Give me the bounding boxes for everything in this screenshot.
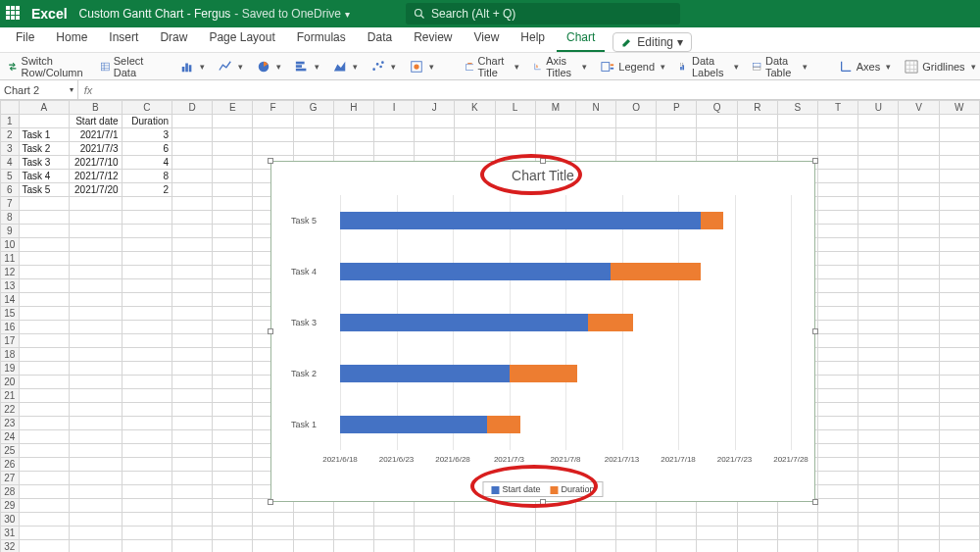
cell[interactable]	[213, 389, 253, 403]
data-table-button[interactable]: Data Table▾	[753, 55, 807, 78]
resize-handle[interactable]	[268, 158, 273, 164]
cell[interactable]	[899, 156, 939, 170]
cell[interactable]	[495, 128, 535, 142]
cell[interactable]	[737, 115, 777, 128]
axis-titles-button[interactable]: AAxis Titles▾	[533, 55, 587, 78]
cell[interactable]	[818, 252, 858, 266]
row-header[interactable]: 2	[1, 128, 20, 142]
cell[interactable]	[899, 115, 939, 128]
bar-segment-start[interactable]	[340, 212, 701, 229]
cell[interactable]	[777, 527, 817, 540]
cell[interactable]	[70, 485, 122, 499]
cell[interactable]	[818, 472, 858, 485]
cell[interactable]	[737, 128, 777, 142]
cell[interactable]	[122, 362, 172, 376]
cell[interactable]	[899, 307, 939, 321]
cell[interactable]	[858, 417, 899, 430]
cell[interactable]	[818, 389, 858, 403]
cell[interactable]	[939, 389, 979, 403]
cell[interactable]	[70, 362, 122, 376]
cell[interactable]	[939, 266, 979, 279]
row-header[interactable]: 16	[1, 321, 20, 334]
cell[interactable]	[858, 389, 899, 403]
cell[interactable]	[899, 279, 939, 293]
cell[interactable]	[455, 540, 495, 553]
row-header[interactable]: 20	[1, 376, 20, 389]
cell[interactable]	[899, 238, 939, 252]
cell[interactable]: 3	[122, 128, 172, 142]
cell[interactable]: Task 3	[19, 156, 69, 170]
cell[interactable]	[818, 376, 858, 389]
cell[interactable]	[939, 279, 979, 293]
name-box[interactable]: Chart 2▾	[0, 80, 78, 99]
resize-handle[interactable]	[812, 328, 818, 334]
cell[interactable]	[70, 389, 122, 403]
cell[interactable]	[213, 279, 253, 293]
cell[interactable]	[657, 115, 697, 128]
col-header[interactable]: O	[616, 101, 657, 115]
col-header[interactable]: I	[373, 101, 414, 115]
cell[interactable]	[939, 458, 979, 472]
cell[interactable]	[818, 115, 858, 128]
row-header[interactable]: 19	[1, 362, 20, 376]
cell[interactable]	[818, 513, 858, 527]
cell[interactable]	[899, 403, 939, 417]
cell[interactable]	[213, 307, 253, 321]
cell[interactable]	[213, 225, 253, 238]
cell[interactable]	[858, 540, 899, 553]
cell[interactable]	[122, 513, 172, 527]
cell[interactable]	[899, 362, 939, 376]
cell[interactable]	[858, 252, 899, 266]
col-header[interactable]: L	[495, 101, 535, 115]
cell[interactable]	[122, 499, 172, 513]
cell[interactable]	[535, 128, 575, 142]
cell[interactable]	[858, 430, 899, 444]
cell[interactable]	[122, 472, 172, 485]
cell[interactable]	[899, 197, 939, 211]
cell[interactable]	[657, 527, 697, 540]
cell[interactable]	[899, 430, 939, 444]
cell[interactable]: Start date	[70, 115, 122, 128]
row-header[interactable]: 18	[1, 348, 20, 362]
cell[interactable]	[697, 540, 737, 553]
cell[interactable]	[657, 128, 697, 142]
cell[interactable]: Task 1	[19, 128, 69, 142]
cell[interactable]	[213, 293, 253, 307]
cell[interactable]	[213, 430, 253, 444]
cell[interactable]	[415, 142, 455, 156]
bar-segment-duration[interactable]	[701, 212, 723, 229]
cell[interactable]	[213, 197, 253, 211]
cell[interactable]	[415, 527, 455, 540]
cell[interactable]	[858, 334, 899, 348]
cell[interactable]	[122, 293, 172, 307]
cell[interactable]	[213, 513, 253, 527]
row-header[interactable]: 23	[1, 417, 20, 430]
bar-segment-start[interactable]	[340, 365, 510, 382]
cell[interactable]	[777, 128, 817, 142]
cell[interactable]	[70, 417, 122, 430]
row-header[interactable]: 11	[1, 252, 20, 266]
cell[interactable]	[737, 540, 777, 553]
row-header[interactable]: 4	[1, 156, 20, 170]
col-header[interactable]: E	[213, 101, 253, 115]
cell[interactable]: Task 4	[19, 170, 69, 183]
cell[interactable]	[19, 238, 69, 252]
cell[interactable]	[172, 293, 213, 307]
cell[interactable]	[939, 348, 979, 362]
cell[interactable]	[899, 444, 939, 458]
cell[interactable]	[737, 142, 777, 156]
cell[interactable]: Duration	[122, 115, 172, 128]
cell[interactable]	[858, 513, 899, 527]
cell[interactable]	[415, 128, 455, 142]
col-header[interactable]: G	[293, 101, 333, 115]
cell[interactable]	[122, 225, 172, 238]
axes-button[interactable]: Axes▾	[839, 60, 891, 74]
cell[interactable]	[899, 225, 939, 238]
cell[interactable]	[213, 499, 253, 513]
cell[interactable]	[939, 183, 979, 197]
cell[interactable]	[818, 183, 858, 197]
cell[interactable]	[575, 540, 615, 553]
row-header[interactable]: 32	[1, 540, 20, 553]
cell[interactable]	[818, 293, 858, 307]
cell[interactable]	[495, 142, 535, 156]
